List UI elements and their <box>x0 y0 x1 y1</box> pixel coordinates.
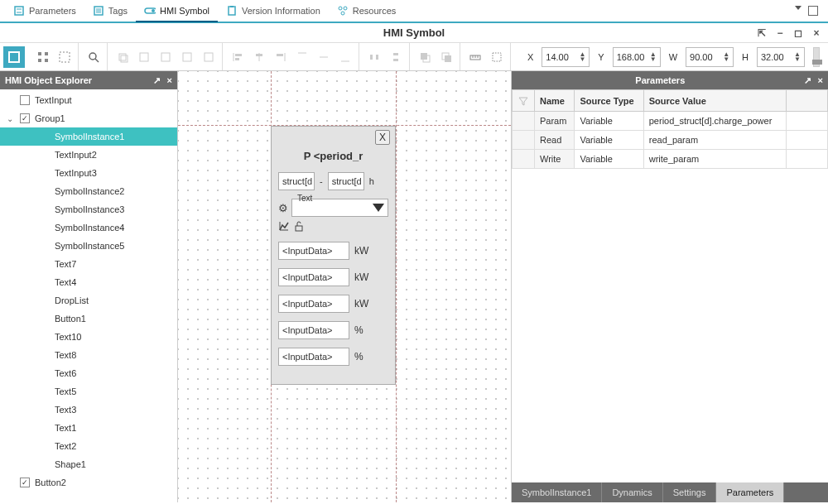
distribute-h-icon[interactable] <box>366 49 383 65</box>
bottom-tab-dynamics[interactable]: Dynamics <box>602 482 662 502</box>
dropdown-icon[interactable] <box>795 6 802 10</box>
tree-item[interactable]: Text7 <box>0 255 177 273</box>
param-value[interactable]: read_param <box>643 131 786 150</box>
bottom-tab-symbolinstance[interactable]: SymbolInstance1 <box>512 482 602 502</box>
symbol-close-button[interactable]: X <box>375 130 390 145</box>
design-canvas[interactable]: X P <period_r struct[d - struct[d h ⚙ Te… <box>178 71 511 502</box>
paste-icon[interactable] <box>136 49 152 65</box>
tree-item[interactable]: Button2 <box>0 473 177 492</box>
input-data-field[interactable]: <InputData> <box>278 321 349 339</box>
align-top-icon[interactable] <box>294 49 310 65</box>
duplicate-icon[interactable] <box>200 49 217 65</box>
tab-parameters[interactable]: Parameters <box>5 0 84 22</box>
bottom-tab-settings[interactable]: Settings <box>663 482 717 502</box>
checkbox[interactable] <box>20 113 30 123</box>
tab-tags[interactable]: Tags <box>84 0 136 22</box>
tree-item[interactable]: SymbolInstance4 <box>0 218 177 237</box>
tree-item[interactable]: DropList <box>0 291 177 310</box>
filter-icon[interactable] <box>513 90 535 112</box>
popout-icon[interactable]: ↗ <box>153 75 161 86</box>
gear-icon[interactable]: ⚙ <box>278 202 288 214</box>
delete-icon[interactable] <box>179 49 195 65</box>
explorer-tree[interactable]: TextInput⌄Group1SymbolInstance1TextInput… <box>0 89 177 502</box>
col-source-type[interactable]: Source Type <box>575 90 643 112</box>
bottom-tab-parameters[interactable]: Parameters <box>716 482 784 502</box>
unlock-icon[interactable] <box>293 220 305 232</box>
ruler-icon[interactable] <box>467 49 484 65</box>
window-icon[interactable] <box>808 6 818 16</box>
input-data-field[interactable]: <InputData> <box>278 242 349 260</box>
tree-item[interactable]: Text10 <box>0 328 177 346</box>
tree-item[interactable]: TextInput2 <box>0 146 177 164</box>
param-type[interactable]: Variable <box>575 150 643 169</box>
tree-item[interactable]: Shape1 <box>0 455 177 473</box>
tab-resources[interactable]: Resources <box>329 0 405 22</box>
pin-icon[interactable]: ⇱ <box>755 27 768 39</box>
w-down-icon[interactable]: ▼ <box>723 57 729 62</box>
cut-icon[interactable] <box>157 49 174 65</box>
col-name[interactable]: Name <box>535 90 575 112</box>
h-down-icon[interactable]: ▼ <box>794 57 801 62</box>
select-mode-button[interactable] <box>3 46 25 68</box>
tree-item[interactable]: Text3 <box>0 401 177 419</box>
tree-item[interactable]: Text1 <box>0 419 177 437</box>
zoom-icon[interactable] <box>85 49 102 65</box>
table-row[interactable]: WriteVariablewrite_param <box>513 150 828 169</box>
align-bottom-icon[interactable] <box>337 49 354 65</box>
panel-close-icon[interactable]: × <box>167 75 172 86</box>
panel-close-icon[interactable]: × <box>818 75 823 86</box>
tree-item[interactable]: Text5 <box>0 382 177 401</box>
popout-icon[interactable]: ↗ <box>804 75 811 86</box>
param-type[interactable]: Variable <box>575 112 643 131</box>
time-to-input[interactable]: struct[d <box>328 172 364 190</box>
tree-item[interactable]: Text8 <box>0 346 177 364</box>
zoom-slider[interactable] <box>813 47 820 67</box>
tree-item[interactable]: Text4 <box>0 273 177 291</box>
input-data-field[interactable]: <InputData> <box>278 268 349 286</box>
param-type[interactable]: Variable <box>575 131 643 150</box>
x-down-icon[interactable]: ▼ <box>579 57 585 62</box>
checkbox[interactable] <box>20 478 30 487</box>
tab-hmi-symbol[interactable]: HMI Symbol <box>136 1 218 22</box>
input-data-field[interactable]: <InputData> <box>278 348 349 366</box>
grid-icon[interactable] <box>35 49 51 65</box>
input-data-field[interactable]: <InputData> <box>278 295 349 313</box>
param-value[interactable]: period_struct[d].charge_power <box>643 112 786 131</box>
table-row[interactable]: ParamVariableperiod_struct[d].charge_pow… <box>513 112 828 131</box>
tree-item[interactable]: Button1 <box>0 310 177 328</box>
checkbox[interactable] <box>20 95 30 105</box>
x-input[interactable]: 14.00▲▼ <box>542 47 590 67</box>
bring-front-icon[interactable] <box>416 49 433 65</box>
minimize-icon[interactable]: − <box>773 27 787 39</box>
param-value[interactable]: write_param <box>643 150 786 169</box>
table-row[interactable]: ReadVariableread_param <box>513 131 828 150</box>
align-middle-icon[interactable] <box>315 49 332 65</box>
text-dropdown[interactable]: Text <box>291 199 388 217</box>
tree-item[interactable]: SymbolInstance2 <box>0 182 177 200</box>
tree-item[interactable]: ⌄Group1 <box>0 109 177 127</box>
maximize-icon[interactable]: ◻ <box>792 27 805 39</box>
y-down-icon[interactable]: ▼ <box>650 57 657 62</box>
tree-item[interactable]: SymbolInstance1 <box>0 127 177 146</box>
align-right-icon[interactable] <box>272 49 289 65</box>
tree-item[interactable]: TextInput <box>0 91 177 109</box>
tab-version-info[interactable]: Version Information <box>218 0 329 22</box>
copy-icon[interactable] <box>114 49 131 65</box>
tree-item[interactable]: Text6 <box>0 364 177 382</box>
close-icon[interactable]: × <box>810 27 823 39</box>
align-center-h-icon[interactable] <box>251 49 267 65</box>
tree-item[interactable]: TextInput3 <box>0 164 177 182</box>
align-left-icon[interactable] <box>229 49 246 65</box>
h-input[interactable]: 32.00▲▼ <box>757 47 805 67</box>
symbol-preview[interactable]: X P <period_r struct[d - struct[d h ⚙ Te… <box>271 126 396 385</box>
col-source-value[interactable]: Source Value <box>643 90 786 112</box>
chevron-down-icon[interactable]: ⌄ <box>7 114 15 123</box>
tree-item[interactable]: Text2 <box>0 437 177 455</box>
distribute-v-icon[interactable] <box>388 49 404 65</box>
send-back-icon[interactable] <box>438 49 455 65</box>
w-input[interactable]: 90.00▲▼ <box>686 47 734 67</box>
tree-item[interactable]: SymbolInstance5 <box>0 237 177 255</box>
tree-item[interactable]: SymbolInstance3 <box>0 200 177 218</box>
y-input[interactable]: 168.00▲▼ <box>613 47 661 67</box>
guides-icon[interactable] <box>489 49 505 65</box>
